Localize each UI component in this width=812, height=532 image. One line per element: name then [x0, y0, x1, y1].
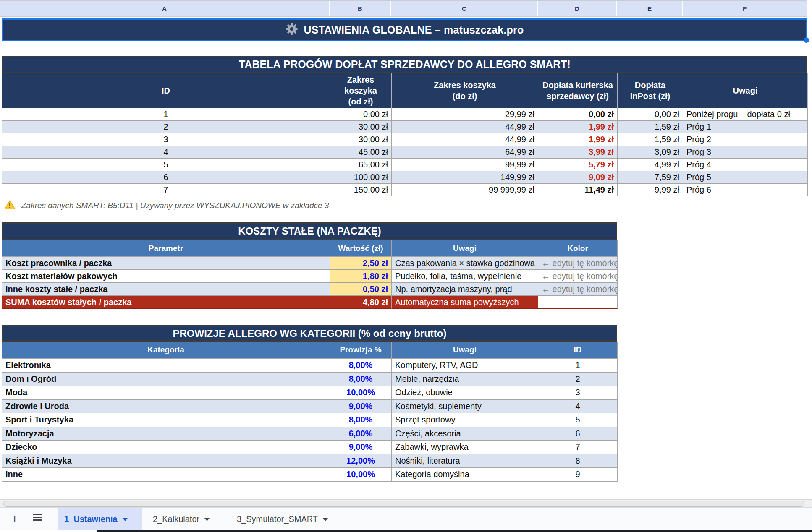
value-cell[interactable]: 0,50 zł — [330, 283, 392, 296]
prowizja-cell[interactable]: 9,00% — [330, 441, 392, 454]
header-cell-kategoria[interactable]: Kategoria — [2, 342, 330, 359]
od-cell[interactable]: 0,00 zł — [330, 108, 392, 121]
header-cell-prowizja[interactable]: Prowizja % — [330, 342, 392, 359]
all-sheets-menu-button[interactable] — [33, 514, 42, 521]
header-cell-uwagi[interactable]: Uwagi — [392, 240, 538, 257]
kurier-cell[interactable]: 1,99 zł — [538, 133, 618, 146]
id-cell[interactable]: 3 — [2, 133, 330, 146]
selection-fill-handle[interactable] — [804, 37, 809, 43]
uwagi-cell[interactable]: Automatyczna suma powyższych — [392, 296, 538, 309]
sheet-title-cell[interactable]: USTAWIENIA GLOBALNE – matuszczak.pro — [2, 18, 807, 41]
kategoria-cell[interactable]: Motoryzacja — [2, 427, 330, 441]
uwagi-cell[interactable]: Odzież, obuwie — [392, 386, 538, 400]
od-cell[interactable]: 150,00 zł — [330, 184, 392, 196]
prowizja-cell[interactable]: 8,00% — [330, 359, 392, 373]
kurier-cell[interactable]: 11,49 zł — [538, 184, 618, 196]
kurier-cell[interactable]: 9,09 zł — [538, 171, 618, 184]
inpost-cell[interactable]: 3,09 zł — [618, 146, 683, 159]
header-cell-uwagi[interactable]: Uwagi — [392, 342, 538, 359]
uwagi-cell[interactable]: Pudełko, folia, taśma, wypełnienie — [392, 270, 538, 283]
column-header-d[interactable]: D — [538, 1, 617, 16]
id-cell[interactable]: 6 — [2, 171, 330, 184]
horizontal-scrollbar-thumb[interactable] — [3, 501, 804, 507]
uwagi-cell[interactable]: Próg 3 — [683, 146, 808, 159]
kategoria-cell[interactable]: Dziecko — [2, 441, 330, 454]
inpost-cell[interactable]: 1,59 zł — [618, 133, 683, 146]
header-cell-id[interactable]: ID — [2, 73, 330, 108]
od-cell[interactable]: 100,00 zł — [330, 171, 392, 184]
value-cell[interactable]: 2,50 zł — [330, 257, 392, 270]
header-cell-kolor[interactable]: Kolor — [538, 240, 618, 257]
header-cell-wartosc[interactable]: Wartość (zł) — [330, 240, 392, 257]
column-header-f[interactable]: F — [683, 1, 807, 16]
uwagi-cell[interactable]: Czas pakowania × stawka godzinowa — [392, 257, 538, 270]
id-cell[interactable]: 2 — [2, 121, 330, 133]
kategoria-cell[interactable]: Dom i Ogród — [2, 373, 330, 386]
uwagi-cell[interactable]: Komputery, RTV, AGD — [392, 359, 538, 373]
inpost-cell[interactable]: 7,59 zł — [618, 171, 683, 184]
od-cell[interactable]: 65,00 zł — [330, 159, 392, 171]
header-cell-inpost[interactable]: Dopłata InPost (zł) — [618, 73, 683, 108]
uwagi-cell[interactable]: Nośniki, literatura — [392, 454, 538, 468]
id-cell[interactable]: 3 — [538, 386, 618, 400]
prowizja-cell[interactable]: 10,00% — [330, 468, 392, 482]
id-cell[interactable]: 9 — [538, 468, 618, 482]
param-cell[interactable]: Koszt pracownika / paczka — [2, 257, 330, 270]
column-header-b[interactable]: B — [330, 1, 391, 16]
id-cell[interactable]: 1 — [538, 359, 618, 373]
table3-title-cell[interactable]: PROWIZJE ALLEGRO WG KATEGORII (% od ceny… — [2, 325, 617, 342]
uwagi-cell[interactable]: Zabawki, wyprawka — [392, 441, 538, 454]
header-cell-parametr[interactable]: Parametr — [2, 240, 330, 257]
prowizja-cell[interactable]: 12,00% — [330, 454, 392, 468]
uwagi-cell[interactable]: Części, akcesoria — [392, 427, 538, 441]
param-cell[interactable]: Inne koszty stałe / paczka — [2, 283, 330, 296]
uwagi-cell[interactable]: Np. amortyzacja maszyny, prąd — [392, 283, 538, 296]
tab-kalkulator[interactable]: 2_Kalkulator — [146, 508, 216, 530]
id-cell[interactable]: 1 — [2, 108, 330, 121]
prowizja-cell[interactable]: 6,00% — [330, 427, 392, 441]
uwagi-cell[interactable]: Próg 1 — [683, 121, 808, 133]
do-cell[interactable]: 44,99 zł — [392, 133, 538, 146]
kategoria-cell[interactable]: Zdrowie i Uroda — [2, 400, 330, 414]
prowizja-cell[interactable]: 8,00% — [330, 413, 392, 427]
inpost-cell[interactable]: 4,99 zł — [618, 159, 683, 171]
do-cell[interactable]: 64,99 zł — [392, 146, 538, 159]
id-cell[interactable]: 2 — [538, 373, 618, 386]
kolor-cell[interactable]: ← edytuj tę komórkę — [538, 257, 618, 270]
uwagi-cell[interactable]: Próg 6 — [683, 184, 808, 196]
prowizja-cell[interactable]: 9,00% — [330, 400, 392, 414]
header-cell-od[interactable]: Zakres koszyka (od zł) — [330, 73, 392, 108]
id-cell[interactable]: 7 — [2, 184, 330, 196]
uwagi-cell[interactable]: Próg 5 — [683, 171, 808, 184]
uwagi-cell[interactable]: Meble, narzędzia — [392, 373, 538, 386]
chevron-down-icon[interactable] — [123, 518, 128, 521]
inpost-cell[interactable]: 1,59 zł — [618, 121, 683, 133]
id-cell[interactable]: 4 — [538, 400, 618, 414]
header-cell-uwagi[interactable]: Uwagi — [683, 73, 808, 108]
id-cell[interactable]: 5 — [2, 159, 330, 171]
uwagi-cell[interactable]: Próg 2 — [683, 133, 808, 146]
kolor-cell[interactable]: ← edytuj tę komórkę — [538, 270, 618, 283]
kategoria-cell[interactable]: Sport i Turystyka — [2, 413, 330, 427]
param-cell[interactable]: SUMA kosztów stałych / paczka — [2, 296, 330, 309]
kolor-cell[interactable] — [538, 296, 618, 309]
id-cell[interactable]: 7 — [538, 441, 618, 454]
inpost-cell[interactable]: 0,00 zł — [618, 108, 683, 121]
kategoria-cell[interactable]: Książki i Muzyka — [2, 454, 330, 468]
id-cell[interactable]: 6 — [538, 427, 618, 441]
column-header-a[interactable]: A — [0, 1, 330, 16]
kolor-cell[interactable]: ← edytuj tę komórkę — [538, 283, 618, 296]
uwagi-cell[interactable]: Poniżej progu – dopłata 0 zł — [683, 108, 808, 121]
prowizja-cell[interactable]: 8,00% — [330, 373, 392, 386]
kurier-cell[interactable]: 1,99 zł — [538, 121, 618, 133]
uwagi-cell[interactable]: Kosmetyki, suplementy — [392, 400, 538, 414]
id-cell[interactable]: 5 — [538, 413, 618, 427]
uwagi-cell[interactable]: Sprzęt sportowy — [392, 413, 538, 427]
param-cell[interactable]: Koszt materiałów pakowych — [2, 270, 330, 283]
chevron-down-icon[interactable] — [323, 518, 328, 521]
tab-symulator-smart[interactable]: 3_Symulator_SMART — [230, 508, 335, 530]
kategoria-cell[interactable]: Elektronika — [2, 359, 330, 373]
header-cell-do[interactable]: Zakres koszyka (do zł) — [392, 73, 538, 108]
add-sheet-button[interactable]: + — [8, 508, 22, 530]
header-cell-id[interactable]: ID — [538, 342, 618, 359]
